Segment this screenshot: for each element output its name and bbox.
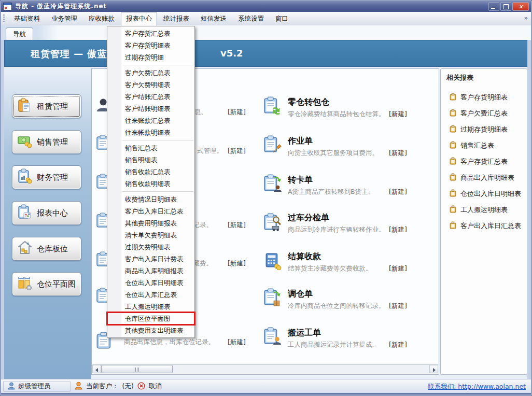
menu-item-other-expense-detail[interactable]: 其他费用支出明细表 — [107, 324, 194, 336]
item-title[interactable]: 转卡单 — [288, 175, 313, 186]
menu-item-fee-daily-detail[interactable]: 收费情况日明细表 — [107, 193, 194, 205]
new-link[interactable]: [新建] — [228, 338, 246, 347]
item-desc: 零仓冷藏费结算商品转包仓结算。 — [288, 110, 385, 119]
menu-item-customer-settle-summary[interactable]: 客户结账汇总表 — [107, 91, 194, 103]
item-title[interactable]: 调仓单 — [288, 289, 313, 300]
menu-overflow-chevron-icon[interactable]: » — [524, 15, 528, 22]
new-link[interactable]: [新建] — [389, 225, 407, 234]
sidebar-button-warehouse-slots[interactable]: 仓库板位 — [12, 237, 81, 261]
new-link[interactable]: [新建] — [389, 264, 407, 273]
menubar-item-stat-reports[interactable]: 统计报表 — [158, 12, 194, 26]
related-report-link[interactable]: 客户欠费汇总表 — [449, 109, 508, 118]
menubar-item-window[interactable]: 窗口 — [270, 12, 293, 26]
menu-item-customer-stock-summary[interactable]: 客户存货汇总表 — [107, 27, 194, 39]
new-link[interactable]: [新建] — [228, 108, 246, 117]
menu-item-sales-receipts-summary[interactable]: 销售收款汇总表 — [107, 166, 194, 178]
new-link[interactable]: [新建] — [389, 149, 407, 158]
sidebar-button-rental[interactable]: 租赁管理 — [12, 94, 81, 118]
menu-item-expired-stock-detail[interactable]: 过期存货明细 — [107, 51, 194, 63]
new-link[interactable]: [新建] — [228, 147, 246, 155]
menubar-item-system-settings[interactable]: 系统设置 — [233, 12, 269, 26]
new-link[interactable]: [新建] — [228, 259, 246, 268]
related-report-link[interactable]: 仓位出入库日明细表 — [449, 189, 521, 199]
related-report-label: 过期存货明细表 — [460, 125, 508, 134]
contact-link[interactable]: 联系我们: http://www.aolan.net — [428, 383, 526, 391]
menubar-item-receivables[interactable]: 应收账款 — [83, 12, 120, 26]
item-title[interactable]: 结算收款 — [288, 251, 321, 262]
menubar-item-report-center[interactable]: 报表中心 — [121, 12, 157, 26]
app-window: 导航 - 傲蓝冷库管理系统.net ✕ 基础资料 业务管理 应收账款 报表中心 … — [0, 0, 532, 396]
related-report-link[interactable]: 工人搬运明细表 — [449, 205, 508, 215]
scroll-left-icon[interactable] — [92, 365, 101, 373]
menubar-item-basic-data[interactable]: 基础资料 — [9, 12, 45, 26]
sidebar-button-sales[interactable]: 销售管理 — [12, 130, 81, 154]
related-report-link[interactable]: 商品出入库明细表 — [449, 173, 514, 182]
menu-item-slot-inout-summary[interactable]: 仓位出入库汇总表 — [107, 289, 194, 301]
menu-item-expired-arrears-detail[interactable]: 过期欠费明细表 — [107, 241, 194, 253]
report-clipboard-icon — [449, 93, 457, 102]
clipboard-search-truck-icon — [263, 213, 282, 233]
new-link[interactable]: [新建] — [228, 221, 246, 230]
menu-item-customer-stock-detail[interactable]: 客户存货明细表 — [107, 39, 194, 51]
customer-icon — [75, 381, 82, 391]
current-customer-label: 当前客户： — [86, 382, 119, 391]
item-desc-fragment: 商品出库信息，出库仓位记录。 — [124, 338, 215, 347]
cancel-link[interactable]: 取消 — [149, 382, 162, 391]
report-clipboard-icon — [449, 221, 457, 231]
menu-item-sales-receipts-detail[interactable]: 销售收款明细表 — [107, 178, 194, 190]
close-button[interactable]: ✕ — [512, 2, 529, 11]
menu-item-slot-inout-daily-detail[interactable]: 仓位出入库日明细表 — [107, 277, 194, 289]
clipboard-note-icon — [17, 97, 33, 115]
item-desc: 向货主收取其它服务项目费用。 — [288, 149, 379, 158]
maximize-button[interactable] — [500, 2, 511, 11]
menu-item-sales-summary[interactable]: 销售汇总表 — [107, 142, 194, 154]
app-icon — [3, 3, 12, 10]
item-title[interactable]: 零仓转包仓 — [288, 97, 329, 108]
menu-item-customer-settle-detail[interactable]: 客户结账明细表 — [107, 103, 194, 115]
minimize-icon — [491, 8, 495, 9]
menubar-item-business[interactable]: 业务管理 — [46, 12, 82, 26]
menu-item-sales-detail[interactable]: 销售明细表 — [107, 154, 194, 166]
maximize-icon — [503, 4, 509, 9]
menu-item-customer-inout-daily-summary[interactable]: 客户出入库日汇总表 — [107, 205, 194, 217]
menubar-item-sms[interactable]: 短信发送 — [195, 12, 232, 26]
minimize-button[interactable] — [488, 2, 499, 11]
sidebar-button-floorplan[interactable]: 仓位平面图 — [12, 272, 81, 296]
titlebar[interactable]: 导航 - 傲蓝冷库管理系统.net ✕ — [1, 1, 531, 12]
new-link[interactable]: [新建] — [389, 302, 407, 310]
menu-item-customer-arrears-detail[interactable]: 客户欠费明细表 — [107, 79, 194, 91]
tab-navigation[interactable]: 导航 — [6, 27, 33, 40]
toolbar-grip-icon[interactable] — [3, 15, 5, 23]
menu-item-other-fee-detail[interactable]: 其他费用明细报表 — [107, 217, 194, 229]
new-link[interactable]: [新建] — [389, 110, 407, 119]
horizontal-scrollbar[interactable] — [92, 364, 438, 374]
menu-item-worker-handling-detail[interactable]: 工人搬运明细表 — [107, 301, 194, 313]
related-report-link[interactable]: 客户存货汇总表 — [449, 157, 508, 166]
related-report-link[interactable]: 销售汇总表 — [449, 141, 494, 150]
item-desc: 结算货主冷藏费等欠费收款。 — [288, 264, 372, 273]
item-title[interactable]: 搬运工单 — [288, 328, 321, 338]
menu-item-goods-inout-detail[interactable]: 商品出入库明细报表 — [107, 265, 194, 277]
sidebar-button-finance[interactable]: 财务管理 — [12, 165, 81, 189]
scrollbar-thumb[interactable] — [101, 365, 173, 373]
sidebar-button-report-center[interactable]: 报表中心 — [12, 201, 81, 225]
banner-version: v5.2 — [220, 48, 243, 59]
window-controls: ✕ — [488, 2, 531, 11]
related-report-label: 客户出入库日汇总表 — [460, 221, 521, 231]
menu-item-customer-arrears-summary[interactable]: 客户欠费汇总表 — [107, 67, 194, 79]
related-report-link[interactable]: 客户存货明细表 — [449, 93, 508, 102]
cancel-x-icon[interactable] — [137, 382, 145, 391]
menu-item-warehouse-zone-floorplan[interactable]: 仓库区位平面图 — [107, 313, 194, 324]
menu-item-clearcard-arrears-detail[interactable]: 清卡单欠费明细表 — [107, 229, 194, 241]
item-title[interactable]: 过车分检单 — [288, 213, 329, 223]
new-link[interactable]: [新建] — [389, 341, 407, 349]
item-title[interactable]: 作业单 — [288, 136, 313, 147]
new-link[interactable]: [新建] — [389, 188, 407, 196]
related-report-link[interactable]: 过期存货明细表 — [449, 125, 508, 134]
report-clipboard-icon — [449, 205, 457, 215]
menu-item-transactions-summary[interactable]: 往来账款汇总表 — [107, 115, 194, 126]
scroll-right-icon[interactable] — [429, 365, 438, 373]
menu-item-transactions-detail[interactable]: 往来帐款明细表 — [107, 126, 194, 138]
related-report-link[interactable]: 客户出入库日汇总表 — [449, 221, 521, 231]
menu-item-customer-inout-daily-billing[interactable]: 客户出入库日计费表 — [107, 253, 194, 265]
